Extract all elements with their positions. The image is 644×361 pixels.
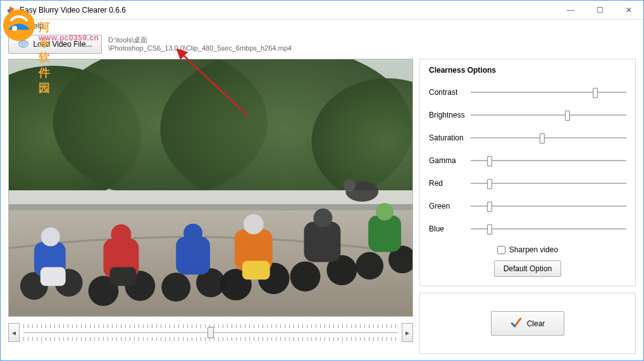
- blue-slider-thumb[interactable]: [487, 224, 492, 235]
- load-video-label: Load Video File...: [33, 40, 92, 49]
- sharpen-video-checkbox[interactable]: [497, 246, 505, 254]
- file-path: D:\tools\桌面 \Photoshop_CS6_13.0.0\Clip_4…: [108, 36, 292, 52]
- menu-bar: File Help: [1, 20, 643, 32]
- file-path-line2: \Photoshop_CS6_13.0.0\Clip_480_5sec_6mbp…: [108, 44, 292, 52]
- slider-label-blue: Blue: [429, 224, 471, 233]
- slider-row-gamma: Gamma: [429, 149, 626, 172]
- green-slider[interactable]: [471, 200, 626, 212]
- gamma-slider-thumb[interactable]: [487, 156, 492, 166]
- contrast-slider-thumb[interactable]: [593, 88, 598, 98]
- window-title: Easy Blurry Video Clearer 0.6.6: [20, 6, 556, 15]
- slider-label-red: Red: [429, 179, 471, 188]
- menu-help[interactable]: Help: [28, 21, 44, 30]
- slider-row-green: Green: [429, 195, 626, 217]
- svg-point-1: [22, 43, 25, 45]
- svg-point-33: [356, 252, 383, 280]
- slider-label-contrast: Contrast: [429, 88, 471, 97]
- minimize-button[interactable]: —: [556, 1, 585, 19]
- clearness-options-panel: Clearness Options ContrastBrightnessSatu…: [419, 59, 636, 286]
- green-slider-thumb[interactable]: [487, 202, 492, 212]
- svg-point-38: [343, 179, 356, 192]
- svg-point-23: [183, 224, 202, 243]
- timeline-thumb[interactable]: [207, 327, 214, 338]
- close-button[interactable]: ✕: [614, 1, 643, 19]
- svg-rect-31: [304, 222, 341, 262]
- brightness-slider[interactable]: [471, 109, 626, 121]
- slider-label-saturation: Saturation: [429, 133, 471, 142]
- red-slider-thumb[interactable]: [487, 179, 492, 189]
- checkmark-icon: [511, 317, 522, 330]
- timeline: ◄ ►: [8, 323, 413, 342]
- blue-slider[interactable]: [471, 223, 626, 235]
- svg-point-32: [313, 209, 332, 228]
- clearness-options-title: Clearness Options: [429, 66, 626, 75]
- video-frame-image: [9, 59, 412, 316]
- svg-point-19: [111, 224, 131, 245]
- svg-point-14: [41, 228, 60, 247]
- brightness-slider-thumb[interactable]: [565, 111, 570, 121]
- timeline-slider[interactable]: [23, 323, 398, 342]
- timeline-step-forward-button[interactable]: ►: [402, 323, 413, 342]
- menu-file[interactable]: File: [7, 21, 19, 30]
- timeline-step-back-button[interactable]: ◄: [8, 323, 20, 342]
- svg-rect-18: [110, 267, 137, 286]
- svg-point-20: [161, 272, 190, 302]
- slider-label-gamma: Gamma: [429, 156, 471, 165]
- clear-button-label: Clear: [527, 319, 545, 328]
- saturation-slider-thumb[interactable]: [540, 133, 545, 144]
- red-slider[interactable]: [471, 178, 626, 189]
- slider-row-saturation: Saturation: [429, 126, 626, 149]
- gamma-slider[interactable]: [471, 155, 626, 166]
- contrast-slider[interactable]: [471, 87, 626, 98]
- svg-rect-13: [40, 267, 66, 286]
- slider-row-blue: Blue: [429, 217, 626, 240]
- file-path-line1: D:\tools\桌面: [108, 36, 292, 44]
- maximize-button[interactable]: ☐: [585, 1, 614, 19]
- disc-icon: [18, 38, 29, 51]
- svg-point-36: [376, 203, 393, 221]
- clear-panel: Clear: [419, 293, 636, 354]
- app-icon: [6, 5, 16, 15]
- slider-row-contrast: Contrast: [429, 81, 626, 104]
- default-option-button[interactable]: Default Option: [494, 260, 562, 277]
- slider-row-brightness: Brightness: [429, 104, 626, 126]
- sharpen-video-label[interactable]: Sharpen video: [509, 245, 558, 254]
- clear-button[interactable]: Clear: [491, 311, 565, 336]
- slider-row-red: Red: [429, 172, 626, 195]
- saturation-slider[interactable]: [471, 132, 626, 144]
- svg-rect-27: [242, 260, 270, 279]
- load-video-button[interactable]: Load Video File...: [8, 35, 102, 54]
- svg-point-29: [290, 261, 321, 291]
- svg-rect-35: [368, 216, 401, 252]
- slider-label-brightness: Brightness: [429, 111, 471, 119]
- svg-point-28: [244, 214, 264, 235]
- svg-rect-8: [9, 204, 412, 211]
- title-bar: Easy Blurry Video Clearer 0.6.6 — ☐ ✕: [1, 1, 643, 20]
- video-preview[interactable]: [8, 59, 413, 317]
- slider-label-green: Green: [429, 202, 471, 211]
